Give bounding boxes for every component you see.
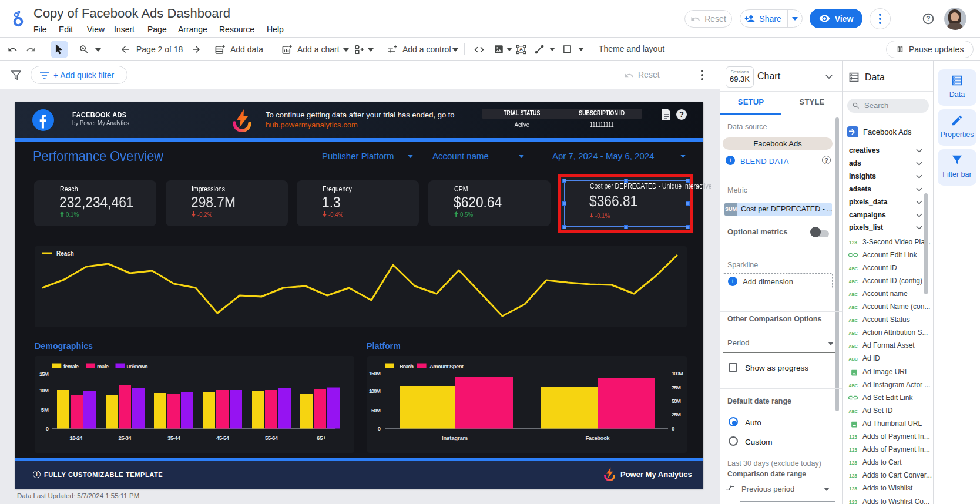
svg-text:150M: 150M — [369, 370, 381, 377]
svg-text:25-34: 25-34 — [119, 435, 132, 441]
svg-text:100M: 100M — [672, 370, 683, 377]
svg-text:Facebook: Facebook — [586, 435, 610, 441]
svg-text:65+: 65+ — [317, 435, 326, 441]
svg-text:?: ? — [926, 15, 930, 23]
svg-text:10M: 10M — [39, 387, 49, 394]
svg-text:50M: 50M — [371, 407, 381, 414]
svg-text:A: A — [519, 46, 523, 52]
svg-text:55-64: 55-64 — [265, 435, 278, 441]
svg-text:male: male — [97, 363, 109, 369]
svg-text:Instagram: Instagram — [442, 435, 468, 441]
svg-text:50M: 50M — [672, 398, 681, 404]
svg-text:0: 0 — [672, 425, 674, 432]
svg-text:100M: 100M — [369, 388, 381, 394]
svg-text:Reach: Reach — [400, 363, 414, 369]
svg-text:Amount Spent: Amount Spent — [429, 363, 464, 369]
svg-text:18-24: 18-24 — [70, 435, 83, 441]
svg-text:25M: 25M — [672, 411, 681, 418]
svg-text:0: 0 — [378, 425, 381, 432]
svg-text:5M: 5M — [41, 406, 49, 413]
svg-text:75M: 75M — [672, 384, 681, 391]
svg-text:45-54: 45-54 — [216, 435, 230, 441]
svg-text:15M: 15M — [39, 371, 49, 377]
svg-text:unknown: unknown — [127, 363, 148, 369]
svg-text:female: female — [63, 363, 79, 369]
svg-text:Reach: Reach — [56, 250, 74, 257]
svg-text:35-44: 35-44 — [167, 435, 181, 441]
svg-text:0: 0 — [46, 425, 49, 432]
